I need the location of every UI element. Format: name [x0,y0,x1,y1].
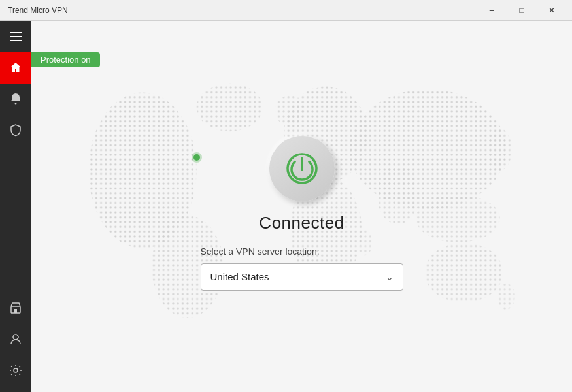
title-bar: Trend Micro VPN – □ ✕ [0,0,572,21]
close-button[interactable]: ✕ [537,0,567,21]
gear-icon [9,364,22,379]
minimize-button[interactable]: – [477,0,507,21]
bell-icon [9,92,22,107]
sidebar-item-home[interactable]: Protection on [0,52,31,84]
sidebar-item-alerts[interactable] [0,84,31,115]
power-button[interactable] [269,136,335,201]
svg-point-6 [197,84,263,132]
svg-point-3 [14,368,18,372]
hamburger-line-1 [10,32,22,33]
svg-point-15 [497,284,515,310]
sidebar-bottom [0,293,31,392]
menu-button[interactable] [0,21,31,52]
svg-rect-1 [14,309,17,313]
svg-point-10 [416,195,500,243]
svg-point-2 [13,335,18,340]
hamburger-line-3 [10,40,22,41]
main-content: Connected Select a VPN server location: … [31,21,572,392]
content-overlay: Connected Select a VPN server location: … [201,136,403,291]
chevron-down-icon: ⌄ [386,272,394,282]
vpn-select-label: Select a VPN server location: [201,246,320,257]
account-icon [9,333,22,348]
svg-point-11 [425,242,503,302]
shield-icon [9,123,22,139]
window-controls: – □ ✕ [477,0,567,21]
store-icon [9,301,22,316]
hamburger-line-2 [10,36,22,37]
sidebar-item-settings[interactable] [0,355,31,387]
sidebar-item-account[interactable] [0,324,31,355]
connected-label: Connected [259,213,344,233]
svg-point-14 [488,129,512,171]
vpn-server-dropdown[interactable]: United States ⌄ [201,263,403,291]
svg-point-13 [275,95,305,125]
sidebar-top [0,21,31,52]
app-title: Trend Micro VPN [8,6,68,15]
sidebar-item-shield[interactable] [0,115,31,146]
power-icon [285,152,319,186]
selected-server-label: United States [210,271,269,282]
sidebar-nav: Protection on [0,52,31,293]
sidebar-item-store[interactable] [0,293,31,324]
protection-badge: Protection on [31,52,100,67]
app-layout: Protection on [0,21,572,392]
sidebar: Protection on [0,21,31,392]
home-icon [9,61,22,76]
maximize-button[interactable]: □ [507,0,537,21]
